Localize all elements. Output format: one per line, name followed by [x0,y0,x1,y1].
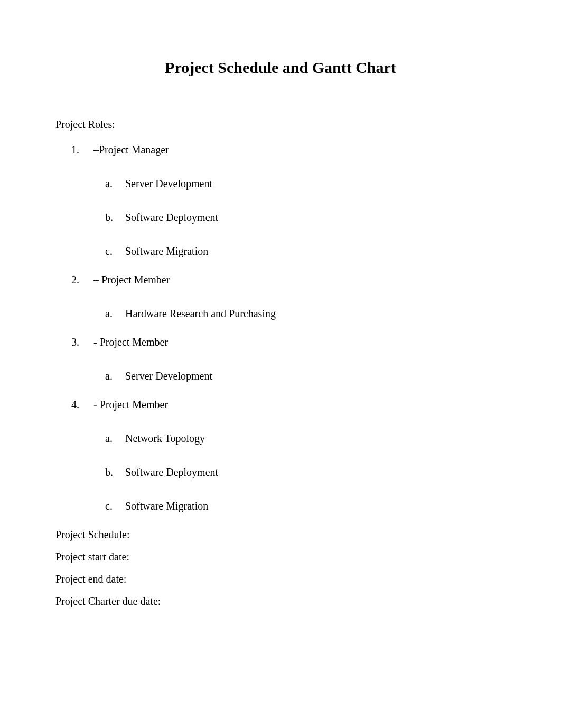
role-tasks: Server Development [94,368,506,384]
page-title: Project Schedule and Gantt Chart [55,56,506,79]
task-item: Network Topology [94,430,506,446]
task-item: Hardware Research and Purchasing [94,306,506,321]
role-tasks: Server Development Software Deployment S… [94,176,506,259]
task-item: Software Migration [94,498,506,514]
roles-heading: Project Roles: [55,116,506,132]
task-item: Software Migration [94,243,506,259]
role-label: –Project Manager [94,144,169,155]
schedule-charter-due-date: Project Charter due date: [55,593,506,609]
task-item: Server Development [94,368,506,384]
role-item: –Project Manager Server Development Soft… [55,142,506,259]
schedule-heading: Project Schedule: [55,527,506,542]
role-item: – Project Member Hardware Research and P… [55,272,506,321]
role-item: - Project Member Network Topology Softwa… [55,397,506,514]
role-tasks: Hardware Research and Purchasing [94,306,506,321]
role-label: - Project Member [94,399,168,410]
task-item: Software Deployment [94,464,506,480]
roles-list: –Project Manager Server Development Soft… [55,142,506,514]
role-tasks: Network Topology Software Deployment Sof… [94,430,506,514]
schedule-end-date: Project end date: [55,571,506,587]
task-item: Server Development [94,176,506,191]
role-label: - Project Member [94,336,168,348]
role-item: - Project Member Server Development [55,334,506,384]
task-item: Software Deployment [94,209,506,225]
schedule-start-date: Project start date: [55,549,506,565]
role-label: – Project Member [94,274,170,285]
